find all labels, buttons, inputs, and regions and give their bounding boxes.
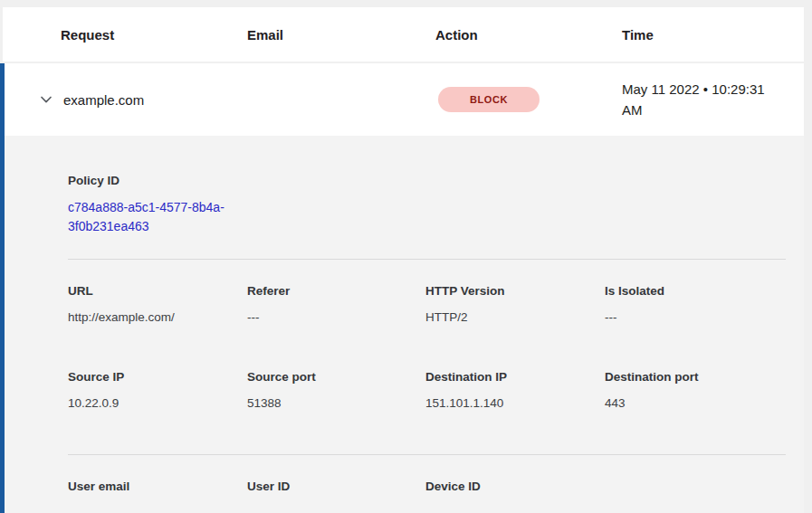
policy-id-link[interactable]: c784a888-a5c1-4577-8b4a-3f0b231ea463 xyxy=(68,198,251,236)
column-header-time: Time xyxy=(622,27,804,43)
field-url: URL http://example.com/ xyxy=(68,282,247,327)
request-timestamp: May 11 2022 • 10:29:31 AM xyxy=(622,63,787,136)
field-referer: Referer --- xyxy=(247,282,425,327)
log-detail-panel: Policy ID c784a888-a5c1-4577-8b4a-3f0b23… xyxy=(5,136,804,513)
field-user-email: User email --- xyxy=(68,478,247,513)
field-destination-ip: Destination IP 151.101.1.140 xyxy=(425,368,605,413)
field-source-ip: Source IP 10.22.0.9 xyxy=(68,368,247,413)
field-empty xyxy=(605,478,786,513)
chevron-down-icon[interactable] xyxy=(38,91,54,108)
field-is-isolated: Is Isolated --- xyxy=(605,282,786,327)
log-row-example-com[interactable]: example.com BLOCK May 11 2022 • 10:29:31… xyxy=(5,63,804,136)
log-table-header: Request Email Action Time xyxy=(3,7,804,62)
field-source-port: Source port 51388 xyxy=(247,368,425,413)
column-header-request: Request xyxy=(61,27,247,43)
action-block-badge: BLOCK xyxy=(438,87,540,112)
field-device-id: Device ID --- xyxy=(425,478,605,513)
policy-id-label: Policy ID xyxy=(68,172,786,190)
field-user-id: User ID --- xyxy=(247,478,425,513)
field-http-version: HTTP Version HTTP/2 xyxy=(425,282,605,327)
column-header-email: Email xyxy=(247,27,435,43)
policy-id-section: Policy ID c784a888-a5c1-4577-8b4a-3f0b23… xyxy=(68,172,786,236)
column-header-action: Action xyxy=(435,27,622,43)
detail-row-user: User email --- User ID --- Device ID --- xyxy=(68,478,786,513)
detail-row-network: Source IP 10.22.0.9 Source port 51388 De… xyxy=(68,368,786,413)
field-destination-port: Destination port 443 xyxy=(605,368,786,413)
expanded-log-entry: example.com BLOCK May 11 2022 • 10:29:31… xyxy=(0,63,804,513)
section-divider xyxy=(68,259,786,260)
detail-row-url: URL http://example.com/ Referer --- HTTP… xyxy=(68,282,786,327)
request-domain: example.com xyxy=(63,92,144,108)
section-divider xyxy=(68,454,786,455)
